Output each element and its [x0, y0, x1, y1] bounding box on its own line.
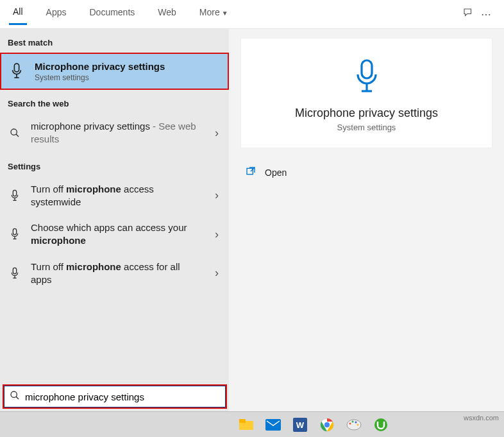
tab-apps[interactable]: Apps: [42, 4, 71, 24]
taskbar-utorrent[interactable]: [368, 415, 394, 435]
tab-more[interactable]: More▼: [196, 4, 232, 24]
watermark: wsxdn.com: [464, 414, 499, 422]
section-settings: Settings: [0, 153, 229, 176]
taskbar-chrome[interactable]: [314, 415, 340, 435]
svg-point-15: [347, 420, 361, 430]
search-box[interactable]: [4, 386, 226, 407]
svg-rect-10: [265, 419, 281, 431]
taskbar-paint[interactable]: [341, 415, 367, 435]
svg-point-18: [355, 421, 357, 423]
settings-result-text: Choose which apps can access your microp…: [31, 221, 206, 248]
open-action[interactable]: Open: [240, 161, 492, 184]
svg-rect-3: [13, 229, 16, 235]
open-icon: [246, 166, 256, 178]
microphone-icon: [8, 267, 22, 280]
settings-result-0[interactable]: Turn off microphone access systemwide ›: [0, 176, 229, 216]
settings-result-2[interactable]: Turn off microphone access for all apps …: [0, 254, 229, 293]
section-search-web: Search the web: [0, 90, 229, 114]
best-match-result[interactable]: Microphone privacy settings System setti…: [0, 53, 229, 90]
section-best-match: Best match: [0, 29, 229, 53]
svg-rect-6: [247, 168, 253, 174]
svg-rect-0: [14, 64, 19, 72]
search-input[interactable]: [25, 391, 220, 402]
svg-point-14: [324, 422, 330, 427]
best-match-subtitle: System settings: [35, 73, 165, 82]
taskbar-mail[interactable]: [260, 415, 286, 435]
chevron-down-icon: ▼: [222, 10, 228, 17]
microphone-icon: [8, 62, 26, 80]
results-panel: Best match Microphone privacy settings S…: [0, 29, 229, 411]
preview-hero: Microphone privacy settings System setti…: [240, 38, 492, 148]
chevron-right-icon: ›: [215, 126, 221, 140]
settings-result-text: Turn off microphone access systemwide: [31, 183, 206, 209]
web-result-text: microphone privacy settings - See web re…: [31, 120, 206, 146]
svg-rect-9: [239, 419, 246, 423]
chevron-right-icon: ›: [215, 266, 221, 280]
web-result[interactable]: microphone privacy settings - See web re…: [0, 114, 229, 153]
svg-rect-5: [362, 60, 372, 78]
svg-point-16: [349, 422, 351, 424]
taskbar: W: [0, 411, 504, 437]
taskbar-word[interactable]: W: [287, 415, 313, 435]
more-options-icon[interactable]: ⋯: [477, 8, 495, 21]
tab-documents[interactable]: Documents: [85, 4, 139, 24]
tab-web[interactable]: Web: [154, 4, 180, 24]
search-filter-tabs: All Apps Documents Web More▼ ⋯: [0, 0, 504, 29]
settings-result-1[interactable]: Choose which apps can access your microp…: [0, 215, 229, 254]
chevron-right-icon: ›: [215, 228, 221, 241]
svg-text:W: W: [296, 420, 305, 430]
feedback-icon[interactable]: [459, 7, 477, 21]
settings-result-text: Turn off microphone access for all apps: [31, 261, 206, 287]
preview-title: Microphone privacy settings: [295, 107, 438, 120]
taskbar-file-explorer[interactable]: [233, 415, 259, 435]
svg-rect-2: [13, 190, 16, 196]
tab-all[interactable]: All: [9, 4, 27, 25]
svg-point-17: [352, 420, 354, 422]
preview-subtitle: System settings: [337, 123, 396, 132]
svg-point-1: [11, 129, 17, 135]
open-label: Open: [265, 167, 287, 178]
microphone-icon: [8, 228, 22, 241]
svg-point-19: [357, 424, 359, 425]
best-match-title: Microphone privacy settings: [35, 61, 165, 72]
svg-point-7: [11, 391, 17, 397]
preview-panel: Microphone privacy settings System setti…: [229, 29, 504, 411]
search-icon: [8, 128, 22, 138]
chevron-right-icon: ›: [215, 189, 221, 202]
search-icon: [10, 390, 20, 403]
microphone-icon: [8, 189, 22, 202]
microphone-icon: [351, 58, 382, 99]
svg-rect-4: [13, 268, 16, 273]
